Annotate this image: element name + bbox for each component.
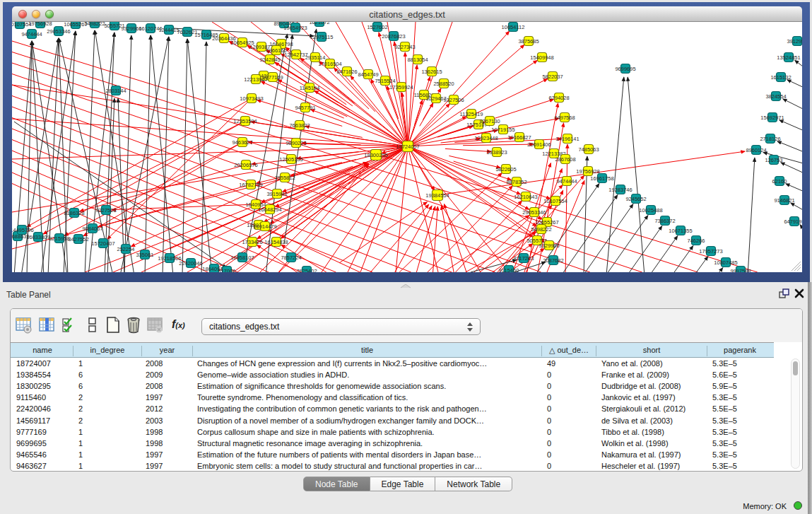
- svg-text:1615132: 1615132: [770, 74, 791, 81]
- svg-text:5498222: 5498222: [531, 226, 551, 233]
- svg-text:9474444: 9474444: [556, 178, 577, 185]
- svg-text:12923448: 12923448: [474, 135, 498, 141]
- svg-text:8186328: 8186328: [64, 210, 84, 216]
- svg-text:8813054: 8813054: [407, 57, 428, 63]
- svg-text:17359924: 17359924: [389, 84, 413, 90]
- svg-text:9242845: 9242845: [259, 57, 280, 63]
- svg-text:9329966: 9329966: [539, 243, 559, 249]
- svg-text:5822037: 5822037: [542, 74, 563, 80]
- svg-text:62160: 62160: [772, 178, 787, 185]
- svg-text:9890223: 9890223: [286, 140, 306, 146]
- svg-text:13524851: 13524851: [777, 54, 800, 61]
- svg-text:15692971: 15692971: [760, 115, 784, 121]
- svg-text:126753: 126753: [765, 157, 782, 163]
- svg-text:9474444: 9474444: [21, 31, 42, 37]
- svg-text:14495796: 14495796: [12, 227, 34, 233]
- svg-text:2087682: 2087682: [543, 257, 563, 264]
- svg-text:8960124: 8960124: [746, 147, 766, 153]
- svg-text:2803144: 2803144: [105, 88, 126, 94]
- svg-text:15720407: 15720407: [91, 240, 114, 247]
- svg-text:335061: 335061: [136, 252, 153, 258]
- svg-text:16782759: 16782759: [239, 182, 262, 188]
- svg-text:6479197: 6479197: [784, 218, 802, 225]
- svg-text:10958107: 10958107: [230, 255, 254, 261]
- svg-text:2718126: 2718126: [760, 136, 780, 142]
- svg-text:7386372: 7386372: [654, 218, 675, 224]
- svg-text:1733426: 1733426: [242, 239, 262, 245]
- svg-text:10807485: 10807485: [714, 259, 737, 266]
- svg-text:17016504: 17016504: [318, 61, 341, 67]
- svg-text:9327508: 9327508: [95, 207, 116, 214]
- svg-text:29053346: 29053346: [522, 209, 546, 216]
- svg-text:7515524: 7515524: [375, 78, 395, 84]
- svg-text:9327506: 9327506: [443, 97, 464, 103]
- svg-text:7955812: 7955812: [274, 175, 295, 181]
- svg-text:9084067: 9084067: [82, 226, 102, 232]
- svg-text:2588520: 2588520: [433, 81, 454, 87]
- svg-text:3875685: 3875685: [518, 38, 539, 45]
- svg-text:1621072: 1621072: [309, 22, 329, 25]
- svg-text:10107554: 10107554: [543, 198, 567, 204]
- svg-text:6794028: 6794028: [548, 95, 569, 101]
- svg-text:8267130: 8267130: [479, 118, 500, 124]
- svg-text:9463627: 9463627: [232, 139, 252, 146]
- svg-text:9115460: 9115460: [499, 267, 519, 273]
- svg-text:9699695: 9699695: [615, 66, 635, 72]
- svg-text:19756928: 19756928: [28, 22, 52, 27]
- svg-text:2935114: 2935114: [305, 54, 326, 61]
- svg-text:29053346: 29053346: [47, 28, 70, 35]
- svg-text:10654112: 10654112: [502, 24, 525, 30]
- svg-text:16961758: 16961758: [590, 175, 613, 182]
- svg-text:16154838: 16154838: [264, 239, 288, 245]
- svg-text:8427552: 8427552: [68, 236, 88, 243]
- svg-text:20206576: 20206576: [234, 162, 257, 168]
- svg-text:12505135: 12505135: [279, 156, 302, 163]
- svg-text:8878352: 8878352: [506, 179, 526, 185]
- svg-text:12975115: 12975115: [310, 34, 334, 40]
- svg-text:3912954: 3912954: [787, 38, 802, 45]
- svg-text:15409948: 15409948: [530, 54, 553, 61]
- svg-text:9997588: 9997588: [730, 268, 751, 273]
- svg-text:17957273: 17957273: [699, 248, 722, 255]
- svg-text:9457791: 9457791: [295, 105, 315, 111]
- svg-text:3824554: 3824554: [765, 93, 786, 100]
- svg-text:1362615: 1362615: [421, 69, 442, 75]
- svg-text:5498222: 5498222: [84, 22, 105, 27]
- svg-text:2867608: 2867608: [555, 156, 575, 163]
- svg-text:16648294: 16648294: [258, 206, 281, 213]
- svg-text:3915941: 3915941: [266, 191, 287, 197]
- svg-text:746266: 746266: [687, 238, 705, 244]
- svg-text:16210643: 16210643: [514, 194, 537, 200]
- svg-text:1527602: 1527602: [367, 24, 387, 30]
- svg-text:18724007: 18724007: [396, 144, 419, 150]
- svg-text:1145194: 1145194: [300, 85, 320, 91]
- svg-text:5822605: 5822605: [495, 166, 516, 173]
- svg-text:9146821: 9146821: [774, 197, 794, 204]
- svg-text:8117263: 8117263: [514, 255, 534, 262]
- svg-text:317006: 317006: [218, 268, 235, 273]
- svg-text:7857224: 7857224: [281, 255, 301, 261]
- svg-text:19283746: 19283746: [608, 187, 632, 193]
- svg-text:10719155: 10719155: [491, 127, 514, 133]
- svg-text:6497568: 6497568: [554, 115, 575, 121]
- svg-text:12942737: 12942737: [284, 52, 307, 58]
- svg-text:9227343: 9227343: [394, 44, 415, 50]
- svg-text:16914479: 16914479: [253, 223, 276, 230]
- svg-text:8454749: 8454749: [358, 71, 378, 78]
- svg-text:7485063: 7485063: [578, 146, 599, 153]
- svg-text:19384554: 19384554: [425, 192, 449, 199]
- svg-text:19654923: 19654923: [283, 25, 307, 31]
- svg-text:7663822: 7663822: [289, 122, 310, 129]
- svg-text:12353594: 12353594: [233, 118, 257, 124]
- svg-text:10025488: 10025488: [639, 207, 662, 214]
- svg-text:10973493: 10973493: [240, 95, 263, 102]
- svg-text:5938923: 5938923: [486, 149, 507, 156]
- svg-text:22420046: 22420046: [179, 260, 202, 267]
- svg-text:11325419: 11325419: [460, 111, 483, 117]
- svg-text:9245652: 9245652: [625, 196, 646, 202]
- svg-text:6966160: 6966160: [266, 47, 286, 54]
- svg-text:8215958: 8215958: [49, 235, 69, 242]
- svg-text:19756928: 19756928: [576, 168, 599, 175]
- svg-text:14196141: 14196141: [555, 136, 579, 142]
- svg-text:1244415: 1244415: [158, 27, 179, 33]
